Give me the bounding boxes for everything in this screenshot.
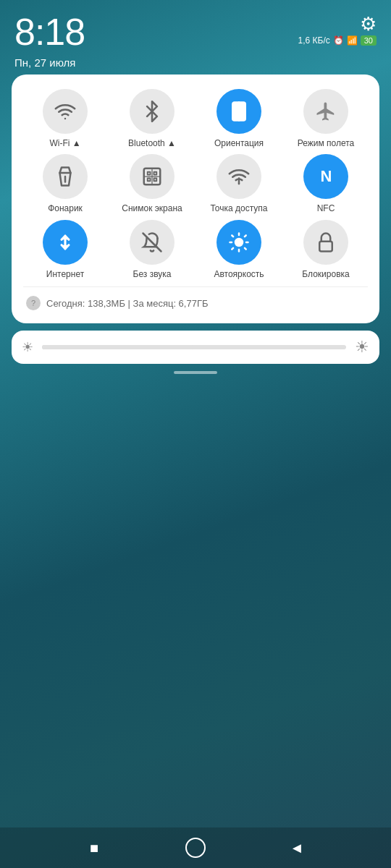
- orientation-circle: [216, 89, 261, 134]
- nav-back-button[interactable]: ◄: [282, 833, 311, 862]
- brightness-high-icon: ☀: [355, 338, 369, 357]
- quick-settings-grid: Wi-Fi ▲ Bluetooth ▲ Ориентация: [23, 89, 368, 279]
- flashlight-label: Фонарик: [48, 203, 83, 213]
- back-icon: ◄: [290, 840, 304, 856]
- svg-line-16: [232, 235, 233, 237]
- screenshot-circle: [130, 154, 175, 199]
- clock: 8:18: [14, 13, 85, 51]
- data-usage-text: Сегодня: 138,3МБ | За месяц: 6,77ГБ: [46, 298, 208, 309]
- nav-stop-button[interactable]: ■: [80, 833, 109, 862]
- qs-internet[interactable]: Интернет: [23, 220, 107, 279]
- silent-circle: [130, 220, 175, 265]
- autobrightness-circle: A: [216, 220, 261, 265]
- nav-home-button[interactable]: [181, 833, 210, 862]
- flashlight-circle: [43, 154, 88, 199]
- internet-circle: [43, 220, 88, 265]
- silent-label: Без звука: [133, 269, 172, 279]
- brightness-panel: ☀ ☀: [12, 331, 379, 364]
- svg-text:A: A: [236, 239, 240, 247]
- wifi-circle: [43, 89, 88, 134]
- svg-point-2: [236, 109, 242, 114]
- data-usage-icon: ?: [26, 296, 41, 310]
- qs-bluetooth[interactable]: Bluetooth ▲: [110, 89, 194, 148]
- nfc-text: N: [321, 167, 332, 186]
- svg-line-21: [245, 235, 246, 237]
- data-speed: 1,6 КБ/с: [298, 35, 330, 46]
- quick-settings-panel: Wi-Fi ▲ Bluetooth ▲ Ориентация: [12, 75, 379, 323]
- autobrightness-label: Автояркость: [214, 269, 264, 279]
- svg-line-20: [232, 248, 233, 250]
- wifi-label: Wi-Fi ▲: [49, 138, 80, 148]
- qs-screenshot[interactable]: Снимок экрана: [110, 154, 194, 213]
- brightness-fill: [42, 345, 194, 349]
- navigation-bar: ■ ◄: [0, 827, 391, 868]
- data-usage-row: ? Сегодня: 138,3МБ | За месяц: 6,77ГБ: [23, 293, 368, 313]
- airplane-label: Режим полета: [298, 138, 355, 148]
- orientation-label: Ориентация: [214, 138, 264, 148]
- hotspot-label: Точка доступа: [210, 203, 267, 213]
- nfc-circle: N: [303, 154, 348, 199]
- airplane-circle: [303, 89, 348, 134]
- hotspot-circle: [216, 154, 261, 199]
- lock-circle: [303, 220, 348, 265]
- svg-point-0: [64, 118, 67, 120]
- lock-label: Блокировка: [302, 269, 349, 279]
- panel-divider: [23, 286, 368, 287]
- qs-hotspot[interactable]: Точка доступа: [197, 154, 281, 213]
- qs-orientation[interactable]: Ориентация: [197, 89, 281, 148]
- brightness-track[interactable]: [42, 345, 346, 349]
- bluetooth-label: Bluetooth ▲: [128, 138, 176, 148]
- svg-line-17: [245, 248, 246, 250]
- date-display: Пн, 27 июля: [0, 56, 391, 69]
- signal-icon: 📶: [347, 35, 358, 46]
- settings-icon[interactable]: ⚙: [360, 13, 377, 35]
- status-indicators: 1,6 КБ/с ⏰ 📶 30: [298, 35, 377, 46]
- stop-icon: ■: [90, 840, 98, 856]
- nfc-label: NFC: [317, 203, 335, 213]
- screenshot-label: Снимок экрана: [122, 203, 182, 213]
- qs-nfc[interactable]: N NFC: [284, 154, 368, 213]
- alarm-icon: ⏰: [333, 35, 344, 46]
- qs-autobrightness[interactable]: A Автояркость: [197, 220, 281, 279]
- bluetooth-circle: [130, 89, 175, 134]
- qs-lock[interactable]: Блокировка: [284, 220, 368, 279]
- home-icon: [185, 838, 206, 858]
- status-bar: 8:18 ⚙ 1,6 КБ/с ⏰ 📶 30: [0, 0, 391, 56]
- brightness-low-icon: ☀: [22, 339, 33, 355]
- qs-wifi[interactable]: Wi-Fi ▲: [23, 89, 107, 148]
- battery-icon: 30: [361, 35, 377, 46]
- qs-flashlight[interactable]: Фонарик: [23, 154, 107, 213]
- qs-airplane[interactable]: Режим полета: [284, 89, 368, 148]
- svg-rect-23: [319, 242, 332, 252]
- qs-silent[interactable]: Без звука: [110, 220, 194, 279]
- internet-label: Интернет: [46, 269, 84, 279]
- scroll-indicator: [174, 371, 217, 374]
